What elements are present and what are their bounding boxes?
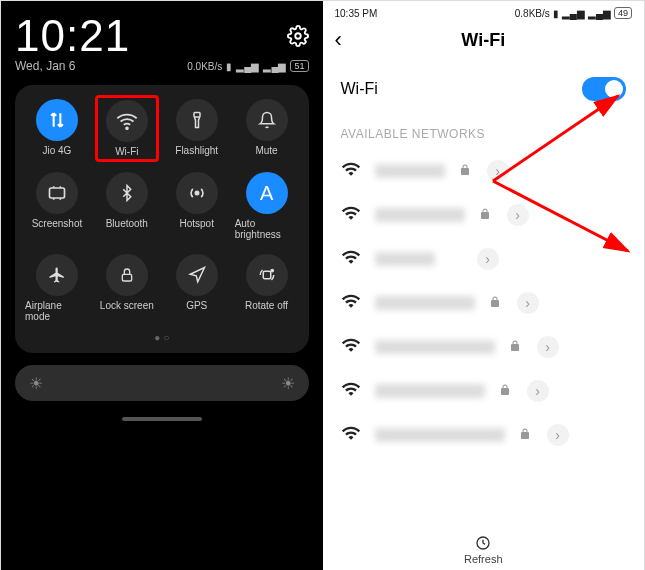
tile-label: Jio 4G	[42, 145, 71, 156]
network-name	[375, 296, 475, 310]
wifi-network-item[interactable]: ›	[323, 237, 645, 281]
rotate-icon	[246, 254, 288, 296]
qs-tile-rotate-off[interactable]: Rotate off	[235, 250, 299, 326]
tile-label: Bluetooth	[106, 218, 148, 229]
page-title: Wi-Fi	[335, 30, 633, 51]
signal-icon: ▂▄▆	[263, 61, 286, 72]
svg-rect-5	[122, 274, 131, 281]
status-bar-left: 0.0KB/s ▮ ▂▄▆ ▂▄▆ 51	[187, 60, 308, 72]
tile-label: Flashlight	[175, 145, 218, 156]
wifi-signal-icon	[341, 335, 361, 359]
network-details-button[interactable]: ›	[477, 248, 499, 270]
lock-icon	[459, 162, 473, 180]
network-name	[375, 252, 435, 266]
wifi-signal-icon	[341, 291, 361, 315]
wifi-network-item[interactable]: ›	[323, 413, 645, 457]
wifi-signal-icon	[341, 203, 361, 227]
lock-icon	[106, 254, 148, 296]
network-details-button[interactable]: ›	[537, 336, 559, 358]
brightness-slider[interactable]: ☀ ☀	[15, 365, 309, 401]
nav-icon	[176, 254, 218, 296]
sim-icon: ▮	[553, 8, 559, 19]
qs-tile-jio-4g[interactable]: Jio 4G	[25, 95, 89, 162]
qs-tile-bluetooth[interactable]: Bluetooth	[95, 168, 159, 244]
signal-icon: ▂▄▆	[588, 8, 611, 19]
lock-icon	[479, 206, 493, 224]
tile-label: Wi-Fi	[115, 146, 138, 157]
wifi-signal-icon	[341, 247, 361, 271]
signal-icon: ▂▄▆	[562, 8, 585, 19]
network-name	[375, 208, 465, 222]
qs-tile-screenshot[interactable]: Screenshot	[25, 168, 89, 244]
network-details-button[interactable]: ›	[527, 380, 549, 402]
wifi-network-item[interactable]: ›	[323, 281, 645, 325]
torch-icon	[176, 99, 218, 141]
qs-tile-lock-screen[interactable]: Lock screen	[95, 250, 159, 326]
svg-point-1	[126, 127, 128, 129]
tile-label: Auto brightness	[235, 218, 299, 240]
network-name	[375, 428, 505, 442]
status-time: 10:35 PM	[335, 8, 378, 19]
network-details-button[interactable]: ›	[547, 424, 569, 446]
tile-label: Screenshot	[32, 218, 83, 229]
qs-tile-mute[interactable]: Mute	[235, 95, 299, 162]
quick-settings-panel: Jio 4GWi-FiFlashlightMuteScreenshotBluet…	[15, 85, 309, 353]
updown-icon	[36, 99, 78, 141]
signal-icon: ▂▄▆	[236, 61, 259, 72]
quick-settings-screen: 10:21 Wed, Jan 6 0.0KB/s ▮ ▂▄▆ ▂▄▆ 51 Ji…	[1, 1, 323, 570]
clock-icon	[475, 535, 491, 551]
wifi-network-item[interactable]: ›	[323, 369, 645, 413]
wifi-toggle[interactable]	[582, 77, 626, 101]
wifi-toggle-label: Wi-Fi	[341, 80, 378, 98]
svg-rect-6	[263, 271, 271, 279]
battery-icon: 49	[614, 7, 632, 19]
network-name	[375, 164, 445, 178]
tile-label: Airplane mode	[25, 300, 89, 322]
qs-tile-hotspot[interactable]: Hotspot	[165, 168, 229, 244]
home-indicator[interactable]	[122, 417, 202, 421]
wifi-network-item[interactable]: ›	[323, 149, 645, 193]
svg-rect-3	[49, 188, 64, 198]
available-networks-label: AVAILABLE NETWORKS	[323, 119, 645, 149]
wifi-network-item[interactable]: ›	[323, 325, 645, 369]
settings-gear-icon[interactable]	[287, 25, 309, 47]
hotspot-icon	[176, 172, 218, 214]
network-details-button[interactable]: ›	[507, 204, 529, 226]
A-icon: A	[246, 172, 288, 214]
qs-tile-flashlight[interactable]: Flashlight	[165, 95, 229, 162]
plane-icon	[36, 254, 78, 296]
battery-icon: 51	[290, 60, 308, 72]
network-details-button[interactable]: ›	[517, 292, 539, 314]
network-name	[375, 340, 495, 354]
bell-icon	[246, 99, 288, 141]
qs-tile-airplane-mode[interactable]: Airplane mode	[25, 250, 89, 326]
qs-tile-gps[interactable]: GPS	[165, 250, 229, 326]
svg-point-0	[295, 33, 301, 39]
wifi-signal-icon	[341, 159, 361, 183]
tile-label: Rotate off	[245, 300, 288, 311]
refresh-button[interactable]: Refresh	[323, 535, 645, 565]
wifi-signal-icon	[341, 423, 361, 447]
wifi-network-item[interactable]: ›	[323, 193, 645, 237]
clock-time: 10:21	[15, 11, 130, 61]
wifi-icon	[106, 100, 148, 142]
sim-icon: ▮	[226, 61, 232, 72]
tile-label: Mute	[255, 145, 277, 156]
wifi-settings-screen: 10:35 PM 0.8KB/s ▮ ▂▄▆ ▂▄▆ 49 ‹ Wi-Fi Wi…	[323, 1, 645, 570]
scissors-icon	[36, 172, 78, 214]
brightness-low-icon: ☀	[29, 374, 43, 393]
lock-icon	[519, 426, 533, 444]
qs-tile-wi-fi[interactable]: Wi-Fi	[95, 95, 159, 162]
network-name	[375, 384, 485, 398]
status-bar-right: 10:35 PM 0.8KB/s ▮ ▂▄▆ ▂▄▆ 49	[323, 1, 645, 21]
qs-tile-auto-brightness[interactable]: AAuto brightness	[235, 168, 299, 244]
svg-point-4	[195, 191, 198, 194]
tile-label: GPS	[186, 300, 207, 311]
page-indicator: ● ○	[25, 332, 299, 343]
lock-icon	[499, 382, 513, 400]
lock-icon	[509, 338, 523, 356]
network-details-button[interactable]: ›	[487, 160, 509, 182]
svg-rect-2	[194, 113, 200, 118]
brightness-high-icon: ☀	[281, 374, 295, 393]
tile-label: Hotspot	[179, 218, 213, 229]
